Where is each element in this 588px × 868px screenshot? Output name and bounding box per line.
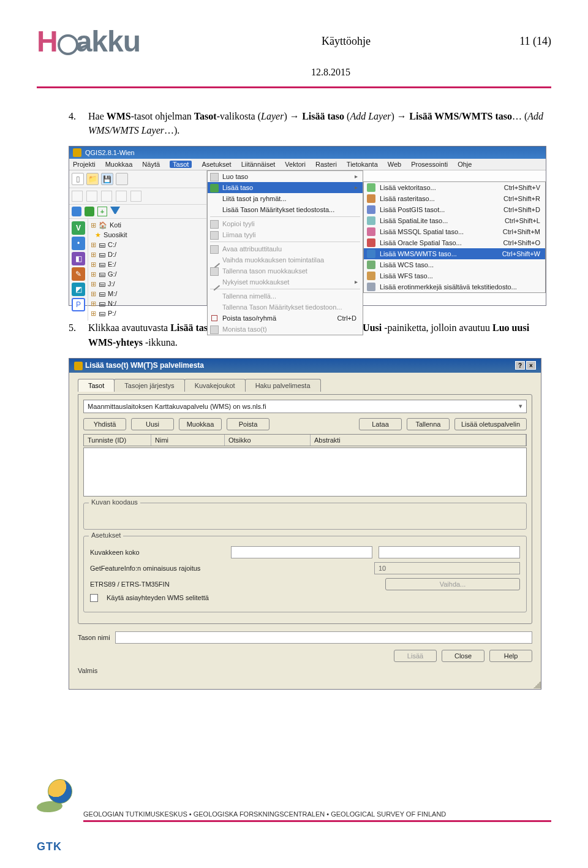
uusi-button[interactable]: Uusi bbox=[131, 418, 174, 430]
menu-muokkaa[interactable]: Muokkaa bbox=[105, 161, 133, 168]
saveas-project-icon[interactable] bbox=[116, 173, 128, 185]
close-button[interactable]: × bbox=[526, 361, 536, 370]
add-db-icon[interactable]: ◧ bbox=[72, 252, 85, 265]
tab-tasot[interactable]: Tasot bbox=[78, 379, 115, 392]
header-divider bbox=[37, 86, 551, 88]
menu-liimaa-tyyli: Liimaa tyyli bbox=[208, 229, 363, 240]
layer-list[interactable] bbox=[83, 447, 527, 497]
help-dialog-button[interactable]: Help bbox=[489, 650, 532, 662]
tasot-dropdown[interactable]: Luo taso Lisää taso Liitä tasot ja ryhmä… bbox=[207, 170, 363, 335]
sm-oracle[interactable]: Lisää Oracle Spatial Taso...Ctrl+Shift+O bbox=[364, 237, 545, 248]
poista-button[interactable]: Poista bbox=[227, 418, 270, 430]
menu-vektori[interactable]: Vektori bbox=[285, 161, 306, 168]
add-vector-icon[interactable]: V bbox=[72, 221, 85, 235]
step-4: 4. Hae WMS-tasot ohjelman Tasot-valikost… bbox=[69, 109, 545, 137]
add-wms-dialog: Lisää taso(t) WM(T)S palvelimesta ? × Ta… bbox=[69, 358, 541, 690]
menu-lisaa-maaritykset[interactable]: Lisää Tason Määritykset tiedostosta... bbox=[208, 204, 363, 215]
doc-date: 12.8.2015 bbox=[110, 67, 551, 78]
menu-rasteri[interactable]: Rasteri bbox=[315, 161, 337, 168]
kuvake-input-2[interactable] bbox=[379, 546, 520, 558]
dialog-status: Valmis bbox=[78, 667, 532, 674]
add-plugin-icon[interactable]: P bbox=[72, 298, 85, 311]
tool2-icon[interactable] bbox=[101, 191, 112, 202]
qgis-menubar[interactable]: Projekti Muokkaa Näytä Tasot Asetukset L… bbox=[69, 159, 546, 170]
menu-projekti[interactable]: Projekti bbox=[73, 161, 96, 168]
sm-wcs[interactable]: Lisää WCS taso... bbox=[364, 259, 545, 270]
sm-vektoritaso[interactable]: Lisää vektoritaso...Ctrl+Shift+V bbox=[364, 182, 545, 193]
menu-tallenna-nimella: Tallenna nimellä... bbox=[208, 291, 363, 302]
dialog-tabs[interactable]: Tasot Tasojen järjestys Kuvakejoukot Hak… bbox=[78, 379, 532, 392]
new-project-icon[interactable] bbox=[72, 173, 84, 185]
menu-liita-tasot[interactable]: Liitä tasot ja ryhmät... bbox=[208, 193, 363, 204]
vaihda-button[interactable]: Vaihda... bbox=[385, 578, 520, 590]
tallenna-button[interactable]: Tallenna bbox=[407, 418, 450, 430]
menu-luo-taso[interactable]: Luo taso bbox=[208, 171, 363, 182]
tab-kuvakejoukot[interactable]: Kuvakejoukot bbox=[184, 379, 246, 392]
yhdista-button[interactable]: Yhdistä bbox=[83, 418, 126, 430]
wms-legend-checkbox[interactable] bbox=[90, 594, 98, 602]
add-point-icon[interactable]: • bbox=[72, 237, 85, 250]
menu-prosessointi[interactable]: Prosessointi bbox=[411, 161, 448, 168]
tool-icon[interactable] bbox=[86, 191, 97, 202]
close-dialog-button[interactable]: Close bbox=[442, 650, 484, 662]
feature-limit-input[interactable] bbox=[374, 562, 520, 574]
sm-rasteritaso[interactable]: Lisää rasteritaso...Ctrl+Shift+R bbox=[364, 193, 545, 204]
menu-nayta[interactable]: Näytä bbox=[142, 161, 160, 168]
dialog-titlebar: Lisää taso(t) WM(T)S palvelimesta ? × bbox=[69, 359, 541, 373]
menu-poista-taso[interactable]: Poista taso/ryhmäCtrl+D bbox=[208, 313, 363, 324]
qgis-icon bbox=[73, 148, 81, 157]
menu-liitannaiset[interactable]: Liitännäiset bbox=[241, 161, 276, 168]
menu-lisaa-taso[interactable]: Lisää taso bbox=[208, 182, 363, 193]
connection-combo[interactable]: Maanmittauslaitoksen Karttakuvapalvelu (… bbox=[83, 400, 527, 413]
menu-ohje[interactable]: Ohje bbox=[458, 161, 472, 168]
sm-mssql[interactable]: Lisää MSSQL Spatial taso...Ctrl+Shift+M bbox=[364, 226, 545, 237]
lataa-button[interactable]: Lataa bbox=[359, 418, 402, 430]
qgis-browser-panel[interactable]: ⊞🏠Koti ★Suosikit ⊞🖴C:/ ⊞🖴D:/ ⊞🖴E:/ ⊞🖴G:/… bbox=[88, 219, 206, 320]
kuvake-input[interactable] bbox=[231, 546, 372, 558]
sm-erotin[interactable]: Lisää erotinmerkkejä sisältävä tekstitie… bbox=[364, 281, 545, 292]
save-project-icon[interactable] bbox=[101, 173, 113, 185]
group-kuvan-koodaus: Kuvan koodaus bbox=[83, 503, 527, 530]
pencil-icon[interactable] bbox=[72, 191, 83, 202]
qgis-edit-toolbar[interactable] bbox=[69, 188, 206, 205]
menu-tasot[interactable]: Tasot bbox=[170, 161, 192, 168]
qgis-vertical-toolbar[interactable]: V • ◧ ✎ ◩ P bbox=[69, 219, 88, 320]
lisaa-taso-submenu[interactable]: Lisää vektoritaso...Ctrl+Shift+V Lisää r… bbox=[363, 181, 546, 293]
tason-nimi-input[interactable] bbox=[115, 631, 532, 644]
layer-tool-2-icon[interactable] bbox=[85, 207, 94, 216]
lisaa-button[interactable]: Lisää bbox=[394, 650, 437, 662]
tab-haku[interactable]: Haku palvelimesta bbox=[245, 379, 321, 392]
sm-spatialite[interactable]: Lisää SpatiaLite taso...Ctrl+Shift+L bbox=[364, 215, 545, 226]
layer-filter-icon[interactable] bbox=[110, 207, 120, 216]
layer-tool-1-icon[interactable] bbox=[72, 207, 81, 216]
qgis-file-toolbar[interactable] bbox=[69, 170, 206, 188]
muokkaa-button[interactable]: Muokkaa bbox=[179, 418, 222, 430]
menu-asetukset[interactable]: Asetukset bbox=[202, 161, 231, 168]
tool4-icon[interactable] bbox=[130, 191, 141, 202]
qgis-layers-toolbar[interactable]: + bbox=[69, 205, 206, 219]
add-feather-icon[interactable]: ✎ bbox=[72, 267, 85, 281]
tool3-icon[interactable] bbox=[116, 191, 127, 202]
label-wms-legend: Käytä asiayhteyden WMS selitettä bbox=[107, 594, 209, 601]
help-button[interactable]: ? bbox=[515, 361, 525, 370]
page-number: 11 (14) bbox=[496, 35, 551, 48]
menu-web[interactable]: Web bbox=[388, 161, 401, 168]
hakku-logo: Hakku bbox=[37, 25, 196, 58]
label-kuvakkeen-koko: Kuvakkeen koko bbox=[90, 549, 225, 556]
tab-jarjestys[interactable]: Tasojen järjestys bbox=[114, 379, 184, 392]
page-header: Hakku Käyttöohje 11 (14) bbox=[37, 25, 551, 58]
footer-organisations: GEOLOGIAN TUTKIMUSKESKUS • GEOLOGISKA FO… bbox=[83, 810, 551, 822]
resize-grip[interactable] bbox=[69, 680, 541, 689]
menu-tietokanta[interactable]: Tietokanta bbox=[347, 161, 378, 168]
sm-wms-wmts[interactable]: Lisää WMS/WMTS taso...Ctrl+Shift+W bbox=[364, 248, 545, 259]
sm-postgis[interactable]: Lisää PostGIS tasot...Ctrl+Shift+D bbox=[364, 204, 545, 215]
label-feature-limit: GetFeatureInfo:n ominaisuus rajoitus bbox=[90, 565, 225, 572]
menu-kopioi-tyyli: Kopioi tyyli bbox=[208, 218, 363, 229]
menu-tallenna-muokkaukset: Tallenna tason muokkaukset bbox=[208, 265, 363, 276]
open-project-icon[interactable] bbox=[86, 173, 99, 185]
label-crs: ETRS89 / ETRS-TM35FIN bbox=[90, 581, 225, 588]
sm-wfs[interactable]: Lisää WFS taso... bbox=[364, 270, 545, 281]
add-wms-icon[interactable]: ◩ bbox=[72, 283, 85, 296]
oletuspalvelin-button[interactable]: Lisää oletuspalvelin bbox=[454, 418, 527, 430]
layer-add-icon[interactable]: + bbox=[97, 207, 107, 216]
